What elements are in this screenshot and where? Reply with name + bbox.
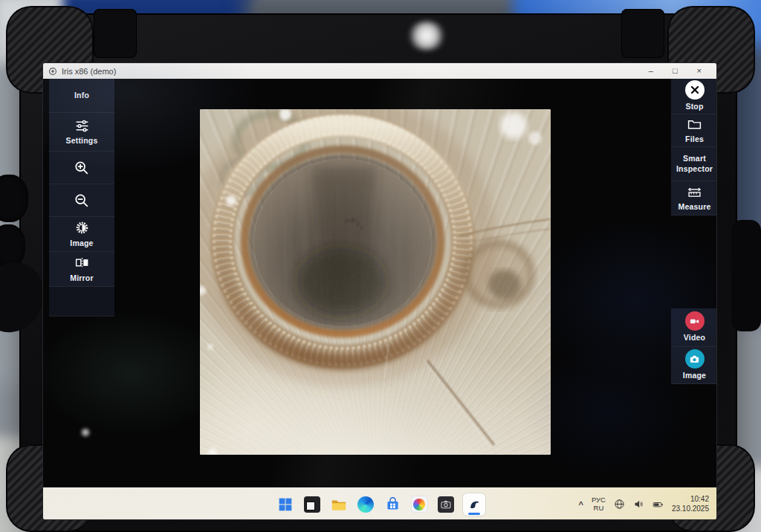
hidden-icons-chevron[interactable]: ^ — [578, 500, 583, 509]
camera-app-icon[interactable] — [436, 495, 456, 514]
maximize-button[interactable]: □ — [673, 63, 678, 79]
zoom-out-icon — [74, 192, 90, 209]
language-line1: РУС — [592, 496, 606, 505]
info-button[interactable]: Info — [49, 79, 114, 113]
stop-circle-x-icon — [685, 80, 705, 100]
battery-icon[interactable] — [652, 499, 664, 510]
edge-browser-icon[interactable] — [356, 495, 375, 514]
minimize-button[interactable]: – — [649, 63, 653, 79]
task-view-dark-app-icon[interactable] — [302, 495, 322, 514]
image-adjust-button[interactable]: Image — [49, 217, 114, 252]
borescope-weld-art — [200, 109, 551, 455]
smart-inspector-button[interactable]: Smart Inspector — [671, 147, 717, 181]
window-title: Iris x86 (demo) — [62, 67, 116, 76]
stop-button[interactable]: Stop — [671, 79, 717, 114]
files-button[interactable]: Files — [671, 114, 717, 147]
tray-date: 23.10.2025 — [672, 505, 709, 514]
clock[interactable]: 10:42 23.10.2025 — [672, 495, 709, 513]
case-top-clamp — [621, 9, 664, 58]
light-reflection — [407, 21, 446, 51]
file-explorer-icon[interactable] — [329, 495, 349, 514]
iris-app-icon-active[interactable] — [463, 493, 485, 516]
files-label: Files — [685, 134, 704, 144]
tablet-screen: Iris x86 (demo) – □ × Info Set — [42, 62, 717, 520]
settings-button[interactable]: Settings — [49, 113, 114, 152]
network-globe-icon[interactable] — [614, 499, 625, 510]
measure-label: Measure — [678, 202, 710, 212]
photo-scene: Iris x86 (demo) – □ × Info Set — [0, 0, 761, 532]
brightness-gear-icon — [74, 220, 90, 236]
language-line2: RU — [594, 505, 604, 513]
window-titlebar: Iris x86 (demo) – □ × — [43, 63, 717, 79]
folder-icon — [687, 116, 703, 132]
video-record-button[interactable]: Video — [671, 308, 717, 347]
video-label: Video — [684, 333, 705, 343]
stop-label: Stop — [685, 102, 703, 111]
smart-inspector-label: Smart Inspector — [673, 154, 716, 173]
video-record-icon — [685, 311, 705, 331]
photos-app-icon[interactable] — [409, 495, 429, 514]
windows-taskbar: ^ РУС RU — [43, 487, 717, 520]
image-adjust-label: Image — [70, 239, 93, 248]
measure-button[interactable]: Measure — [671, 181, 717, 215]
case-top-clamp — [94, 9, 137, 58]
zoom-in-icon — [74, 160, 90, 176]
tray-time: 10:42 — [690, 495, 709, 505]
info-label: Info — [74, 91, 89, 100]
windows-start-button[interactable] — [276, 495, 295, 514]
app-window-icon — [48, 67, 57, 76]
camera-view-image — [200, 109, 551, 455]
empty-toolbar-cell — [49, 287, 114, 317]
close-button[interactable]: × — [697, 63, 702, 79]
zoom-in-button[interactable] — [49, 152, 114, 184]
sliders-icon — [74, 117, 90, 134]
mirror-flip-icon — [74, 255, 90, 271]
image-capture-button[interactable]: Image — [671, 347, 717, 384]
window-controls: – □ × — [649, 63, 702, 79]
light-reflection — [80, 428, 91, 437]
microsoft-store-icon[interactable] — [383, 495, 402, 514]
left-toolbar: Info Settings — [49, 79, 114, 317]
image-capture-label: Image — [683, 371, 706, 380]
language-indicator[interactable]: РУС RU — [592, 496, 606, 513]
mount-arm — [731, 220, 761, 331]
system-tray: ^ РУС RU — [578, 487, 709, 520]
zoom-out-button[interactable] — [49, 184, 114, 217]
right-toolbar-top: Stop Files Smart Inspector — [671, 79, 717, 215]
active-app-indicator — [468, 513, 480, 515]
mirror-button[interactable]: Mirror — [49, 252, 114, 287]
photo-capture-icon — [685, 349, 705, 369]
mirror-label: Mirror — [70, 273, 94, 283]
settings-label: Settings — [65, 136, 97, 146]
right-toolbar-bottom: Video Image — [671, 308, 717, 384]
ruler-icon — [687, 184, 703, 200]
speaker-icon[interactable] — [633, 499, 644, 510]
